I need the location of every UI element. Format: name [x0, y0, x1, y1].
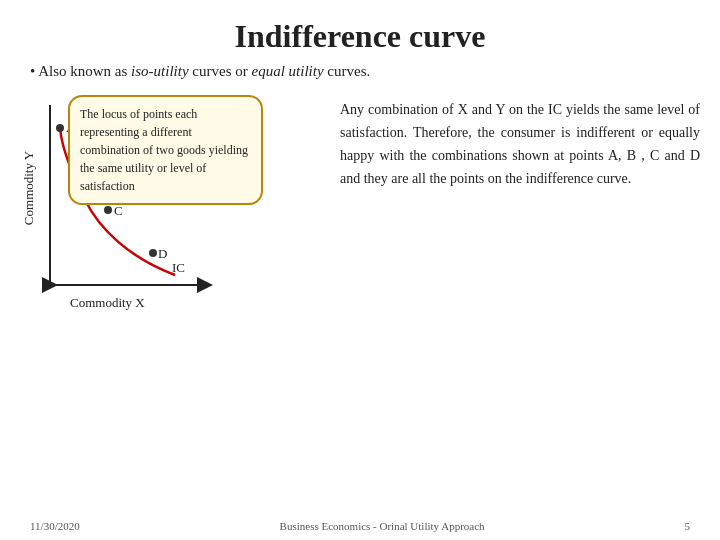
subtitle-italic2: equal utility	[252, 63, 324, 79]
subtitle-italic1: iso-utility	[131, 63, 189, 79]
svg-point-2	[56, 124, 64, 132]
tooltip-box: The locus of points each representing a …	[68, 95, 263, 205]
footer-center: Business Economics - Orinal Utility Appr…	[80, 520, 685, 532]
bullet: •	[30, 63, 38, 79]
svg-point-8	[149, 249, 157, 257]
main-content: Commodity Y	[0, 90, 720, 311]
subtitle-mid: curves or	[189, 63, 252, 79]
subtitle: • Also known as iso-utility curves or eq…	[0, 63, 720, 90]
svg-text:C: C	[114, 203, 123, 218]
page-title: Indifference curve	[0, 0, 720, 63]
footer-date: 11/30/2020	[30, 520, 80, 532]
left-panel: Commodity Y	[20, 90, 330, 311]
chart-area: Commodity Y	[20, 100, 220, 320]
subtitle-post: curves.	[324, 63, 371, 79]
footer-page: 5	[685, 520, 691, 532]
left-inner: Commodity Y	[20, 90, 330, 320]
subtitle-pre: Also known as	[38, 63, 131, 79]
svg-text:D: D	[158, 246, 167, 261]
svg-point-6	[104, 206, 112, 214]
footer: 11/30/2020 Business Economics - Orinal U…	[0, 520, 720, 532]
right-description: Any combination of X and Y on the IC yie…	[340, 90, 700, 190]
svg-text:IC: IC	[172, 260, 185, 275]
